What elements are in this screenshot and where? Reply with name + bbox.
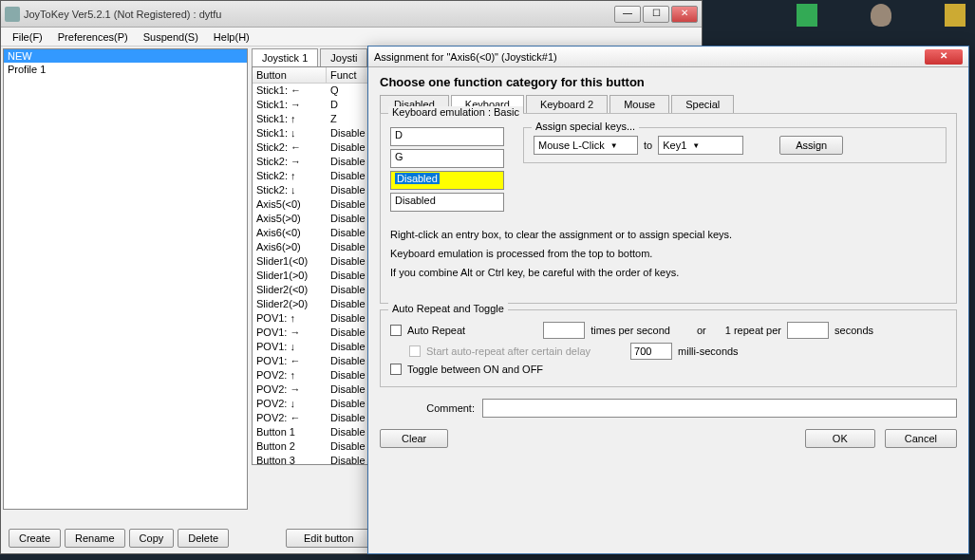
cell-button: Button 1 [253,425,327,439]
cell-button: Slider1(>0) [253,269,327,283]
cell-button: Button 3 [253,454,327,465]
start-delay-label: Start auto-repeat after certain delay [426,345,591,357]
cell-button: POV1: ← [253,354,327,368]
cancel-button[interactable]: Cancel [885,429,957,448]
tab-keyboard2[interactable]: Keyboard 2 [526,95,608,113]
cell-button: Axis6(<0) [253,226,327,240]
taskbar-icon-2[interactable] [871,4,891,27]
cell-button: Stick1: ↑ [253,112,327,126]
cell-button: Stick2: ← [253,140,327,155]
seconds-input[interactable] [787,322,829,339]
times-label: times per second [591,325,670,336]
cell-button: Slider2(>0) [253,297,327,311]
toggle-checkbox[interactable] [390,364,402,375]
close-button[interactable]: ✕ [671,6,698,23]
cell-button: POV1: ↓ [253,340,327,354]
edit-button[interactable]: Edit button [286,529,372,548]
create-button[interactable]: Create [9,529,61,548]
profile-list[interactable]: NEW Profile 1 [3,48,248,510]
times-per-second-input[interactable] [543,322,585,339]
profile-item[interactable]: Profile 1 [4,63,247,76]
delete-button[interactable]: Delete [178,529,229,548]
cell-button: Stick2: ↑ [253,169,327,183]
assign-legend: Assign special keys... [532,121,639,132]
tab-special[interactable]: Special [671,95,734,113]
cell-button: Button 2 [253,439,327,454]
chevron-down-icon: ▼ [692,141,700,150]
main-titlebar[interactable]: JoyToKey Ver5.2.1 (Not Registered) : dyt… [1,1,702,28]
ms-label: milli-seconds [678,345,739,357]
kb-legend: Keyboard emulation : Basic [388,106,523,118]
cell-button: POV2: ↑ [253,368,327,383]
cell-button: POV2: ← [253,411,327,425]
tab-joystick-1[interactable]: Joystick 1 [252,48,318,66]
cell-button: Axis6(>0) [253,240,327,254]
tab-mouse[interactable]: Mouse [609,95,669,113]
menubar: File(F) Preferences(P) Suspend(S) Help(H… [1,28,702,47]
cell-button: Axis5(<0) [253,197,327,212]
auto-legend: Auto Repeat and Toggle [388,303,508,314]
cell-button: Axis5(>0) [253,212,327,226]
ok-button[interactable]: OK [805,429,875,448]
cell-button: Stick1: → [253,98,327,112]
cell-button: Stick2: → [253,155,327,169]
key-input-3[interactable]: Disabled [390,171,504,190]
comment-input[interactable] [482,399,957,418]
assignment-dialog: Assignment for "Axis6(<0)" (Joystick#1) … [367,46,969,554]
minimize-button[interactable]: — [614,6,641,23]
dialog-title: Assignment for "Axis6(<0)" (Joystick#1) [374,51,925,63]
assign-from-select[interactable]: Mouse L-Click▼ [534,136,638,155]
delay-input[interactable] [630,343,672,360]
cell-button: Stick1: ← [253,84,327,98]
seconds-label: seconds [834,325,873,336]
auto-repeat-label: Auto Repeat [407,325,465,336]
copy-button[interactable]: Copy [129,529,175,548]
tab-joystick-2[interactable]: Joysti [320,48,367,66]
cell-button: POV1: → [253,326,327,340]
toggle-label: Toggle between ON and OFF [407,364,543,375]
profile-item[interactable]: NEW [4,49,247,63]
rename-button[interactable]: Rename [65,529,125,548]
cell-button: Slider2(<0) [253,283,327,297]
chevron-down-icon: ▼ [610,141,618,150]
dialog-close-icon[interactable]: ✕ [925,49,963,65]
help-text-2: Keyboard emulation is processed from the… [390,244,947,263]
assign-to-label: to [644,140,652,151]
assign-to-select[interactable]: Key1▼ [658,136,743,155]
window-title: JoyToKey Ver5.2.1 (Not Registered) : dyt… [24,9,612,20]
menu-help[interactable]: Help(H) [206,29,257,45]
dialog-heading: Choose one function category for this bu… [380,75,957,89]
key-input-2[interactable]: G [390,149,504,168]
help-text-3: If you combine Alt or Ctrl key, be caref… [390,263,947,282]
cell-button: POV2: ↓ [253,397,327,411]
cell-button: POV2: → [253,383,327,397]
cell-button: Stick1: ↓ [253,126,327,140]
key-input-1[interactable]: D [390,127,504,146]
menu-file[interactable]: File(F) [5,29,50,45]
menu-preferences[interactable]: Preferences(P) [50,29,136,45]
menu-suspend[interactable]: Suspend(S) [136,29,206,45]
th-button[interactable]: Button [253,67,327,83]
key-input-4[interactable]: Disabled [390,193,504,212]
cell-button: Stick2: ↓ [253,183,327,197]
taskbar-icon-3[interactable] [945,4,966,27]
cell-button: Slider1(<0) [253,254,327,269]
clear-button[interactable]: Clear [380,429,448,448]
assign-button[interactable]: Assign [779,136,843,155]
auto-repeat-checkbox[interactable] [390,325,402,336]
taskbar-icon-1[interactable] [797,4,817,27]
comment-label: Comment: [380,402,475,414]
dialog-titlebar[interactable]: Assignment for "Axis6(<0)" (Joystick#1) … [368,47,968,67]
start-delay-checkbox [409,345,421,357]
app-icon [5,7,20,22]
help-text-1: Right-click an entry box, to clear the a… [390,225,947,244]
or-label: or [697,325,706,336]
cell-button: POV1: ↑ [253,311,327,326]
repeat-per-label: 1 repeat per [725,325,781,336]
maximize-button[interactable]: ☐ [643,6,669,23]
